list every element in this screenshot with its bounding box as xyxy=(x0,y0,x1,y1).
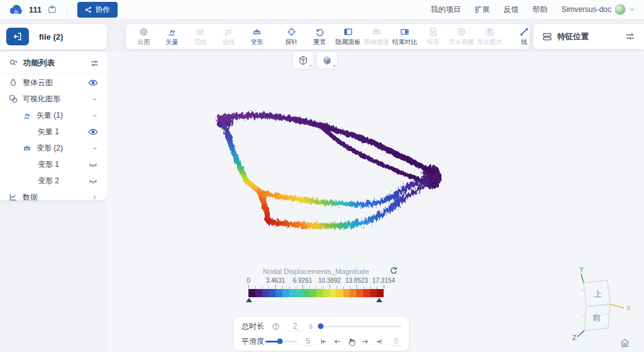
hide-panel-icon xyxy=(343,27,353,37)
colorbar-min-handle[interactable] xyxy=(246,298,252,302)
feature-filter-icon[interactable] xyxy=(625,32,635,41)
3d-viewport[interactable]: Nodal Displacements_Magnitude 0 3.4631 6… xyxy=(107,52,644,352)
sidebar-header: 功能列表 xyxy=(0,55,107,74)
sidebar-item-data[interactable]: 数据 xyxy=(0,189,107,205)
avatar xyxy=(614,4,626,15)
colorbar-range-handles xyxy=(248,297,384,302)
search-list-icon xyxy=(9,59,18,68)
colorbar-ticks xyxy=(248,285,384,289)
pathline-icon xyxy=(224,27,233,37)
colorbar-reset-icon[interactable] xyxy=(389,265,399,275)
compare-icon xyxy=(400,27,409,37)
toolbar-streamline-button[interactable]: 流线 xyxy=(186,27,214,47)
duration-slider-knob[interactable] xyxy=(318,324,323,329)
function-tree-sidebar: 功能列表 整体云图 可视化图形 xyxy=(0,52,107,200)
sidebar-item-visual-graphics[interactable]: 可视化图形 xyxy=(0,91,107,107)
colorbar-title: Nodal Displacements_Magnitude xyxy=(248,268,384,275)
smoothness-slider[interactable] xyxy=(265,341,298,343)
face-front-label: 前 xyxy=(592,313,601,322)
nav-extensions[interactable]: 扩展 xyxy=(475,4,490,15)
frame-counter[interactable]: 0 xyxy=(391,337,401,346)
sidebar-item-vector-group[interactable]: 矢量 (1) xyxy=(0,107,107,123)
export-image-icon xyxy=(485,27,494,37)
account-name: Simversus-doc xyxy=(562,5,611,14)
toolbar-reset-button[interactable]: 重置 xyxy=(306,27,334,47)
chevron-down-icon xyxy=(629,6,635,13)
play-button[interactable] xyxy=(347,338,355,346)
step-back-button[interactable] xyxy=(333,338,341,346)
nav-my-projects[interactable]: 我的项目 xyxy=(431,4,461,15)
axis-y-label: Y xyxy=(579,266,584,273)
duration-input[interactable]: 2 xyxy=(286,322,304,331)
shapes-icon xyxy=(9,94,18,103)
top-bar: 111 协作 我的项目 扩展 反馈 帮助 Simversus-doc xyxy=(0,0,644,20)
step-forward-button[interactable] xyxy=(361,338,369,346)
playback-controls: 0 xyxy=(319,337,401,346)
toolbar-pathline-button[interactable]: 迹线 xyxy=(214,27,243,47)
visibility-eye-icon[interactable] xyxy=(88,79,98,87)
toolbar-vector-button[interactable]: 矢量 xyxy=(158,27,186,47)
legend-options-icon xyxy=(372,27,381,37)
axis-z-label: Z xyxy=(572,334,577,341)
feature-cards-icon xyxy=(542,32,552,41)
skip-to-start-button[interactable] xyxy=(319,338,328,346)
chevron-down-icon[interactable] xyxy=(91,145,98,152)
smoothness-value[interactable]: 5 xyxy=(304,337,312,346)
sidebar-item-vector-1[interactable]: 矢量 1 xyxy=(0,123,107,140)
collaborate-button[interactable]: 协作 xyxy=(77,2,118,18)
vector-icon xyxy=(167,27,177,37)
deform-icon xyxy=(252,27,262,37)
sidebar-item-deform-2[interactable]: 变形 2 xyxy=(0,173,107,189)
sidebar-item-deform-1[interactable]: 变形 1 xyxy=(0,156,107,173)
duration-unit: s xyxy=(309,322,313,331)
chevron-down-icon[interactable] xyxy=(91,96,98,103)
nav-help[interactable]: 帮助 xyxy=(533,4,548,15)
nav-feedback[interactable]: 反馈 xyxy=(504,4,519,15)
reset-icon xyxy=(315,27,325,37)
toolbar-deform-button[interactable]: 变形 xyxy=(243,27,271,47)
home-view-icon[interactable] xyxy=(619,338,630,348)
smoothness-label: 平滑度 xyxy=(242,336,265,347)
archive-box-icon[interactable] xyxy=(48,5,57,14)
account-menu[interactable]: Simversus-doc xyxy=(562,4,635,15)
adjustments-icon[interactable] xyxy=(90,59,99,68)
toolbar-export-video-button[interactable]: 导出视频 xyxy=(447,27,475,47)
duration-label: 总时长 xyxy=(242,321,272,332)
duration-slider[interactable] xyxy=(319,326,401,327)
chevron-down-icon[interactable] xyxy=(91,112,98,119)
skip-to-end-button[interactable] xyxy=(375,338,383,346)
toolbar-legend-options-button[interactable]: 图例选项 xyxy=(362,27,391,47)
app-window: 111 协作 我的项目 扩展 反馈 帮助 Simversus-doc xyxy=(0,0,644,352)
probe-icon xyxy=(287,27,296,37)
file-panel: file (2) xyxy=(0,24,107,49)
smoothness-slider-knob[interactable] xyxy=(277,339,282,344)
toolbar-contour-button[interactable]: 云图 xyxy=(130,27,158,47)
chevron-right-icon[interactable] xyxy=(91,194,98,201)
colorbar-max-handle[interactable] xyxy=(376,298,382,302)
sidebar-item-overall-contour[interactable]: 整体云图 xyxy=(0,74,107,91)
streamline-icon xyxy=(196,27,205,37)
share-icon xyxy=(85,6,92,13)
toolbar-report-button[interactable]: 报告 xyxy=(419,27,447,47)
visibility-eye-closed-icon[interactable] xyxy=(88,161,98,169)
vector-icon xyxy=(23,111,31,120)
app-logo-cloud-icon xyxy=(9,4,23,14)
line-mode-icon xyxy=(519,27,529,37)
divider xyxy=(67,5,67,14)
contour-icon xyxy=(139,27,148,37)
exit-project-button[interactable] xyxy=(6,28,29,45)
report-icon xyxy=(428,27,438,37)
colorbar-tick-labels: 0 3.4631 6.9261 10.3892 13.8523 17.3154 xyxy=(248,277,384,285)
orientation-triad[interactable]: Y X Z 上 前 xyxy=(562,266,633,341)
feature-panel-title: 特征位置 xyxy=(557,31,620,42)
visibility-eye-closed-icon[interactable] xyxy=(88,177,98,185)
toolbar-compare-button[interactable]: 结果对比 xyxy=(391,27,419,47)
sidebar-item-deform-group[interactable]: 变形 (2) xyxy=(0,140,107,156)
toolbar-probe-button[interactable]: 探针 xyxy=(277,27,306,47)
visibility-eye-icon[interactable] xyxy=(88,128,98,136)
colorbar-gradient[interactable] xyxy=(248,289,384,297)
help-icon[interactable] xyxy=(272,322,280,331)
toolbar-export-image-button[interactable]: 导出图片 xyxy=(475,27,504,47)
toolbar-hide-panel-button[interactable]: 隐藏面板 xyxy=(334,27,362,47)
colorbar-legend: Nodal Displacements_Magnitude 0 3.4631 6… xyxy=(248,268,384,302)
